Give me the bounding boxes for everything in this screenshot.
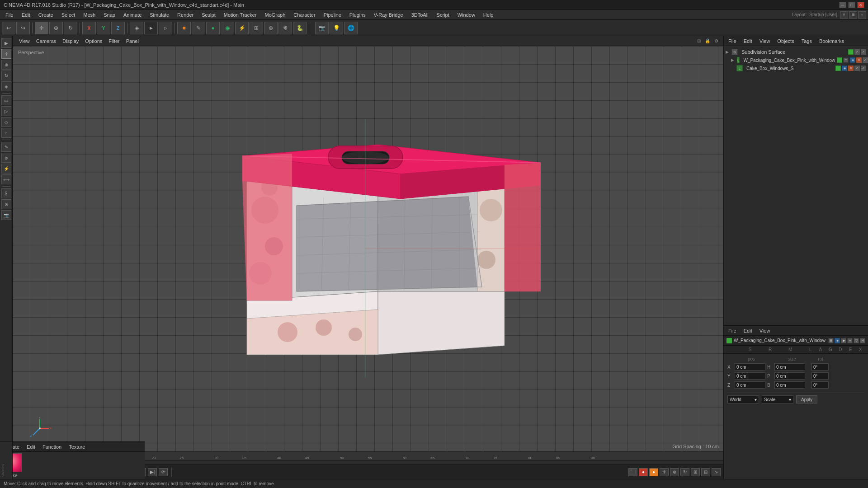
- x-axis-btn[interactable]: X: [82, 22, 96, 34]
- effector-tool[interactable]: ⊗: [1, 199, 11, 209]
- minimize-button[interactable]: ─: [839, 2, 846, 8]
- menu-character[interactable]: Character: [290, 11, 319, 19]
- obj-sub-vis2[interactable]: ✓: [861, 49, 866, 55]
- obj-pack-icon2[interactable]: ✕: [856, 57, 862, 63]
- knife-tool[interactable]: ⚡: [1, 164, 11, 174]
- obj-cake-color[interactable]: [835, 66, 841, 71]
- magnet-btn[interactable]: ⊛: [264, 22, 278, 34]
- scale-tool[interactable]: ⊕: [1, 60, 11, 70]
- keyframe-add-btn[interactable]: ⬛: [628, 468, 637, 476]
- obj-cake-icon2[interactable]: ✕: [848, 66, 854, 71]
- polygon-mode[interactable]: ▭: [1, 95, 11, 105]
- vp-options[interactable]: Options: [82, 38, 105, 45]
- viewport-lock-icon[interactable]: 🔒: [704, 38, 711, 45]
- menu-snap[interactable]: Snap: [100, 11, 119, 19]
- circle-btn[interactable]: ●: [206, 22, 220, 34]
- coord-z-pos[interactable]: [735, 381, 765, 389]
- scale-dropdown[interactable]: Scale ▾: [762, 395, 793, 404]
- deform-tool[interactable]: $: [1, 188, 11, 198]
- menu-mograph[interactable]: MoGraph: [261, 11, 289, 19]
- mat-texture-menu[interactable]: Texture: [67, 444, 87, 450]
- keyframe-plus-btn[interactable]: ✛: [660, 468, 669, 476]
- point-mode[interactable]: ◇: [1, 117, 11, 127]
- obj-pack-vis1[interactable]: ✓: [863, 57, 868, 63]
- vp-display[interactable]: Display: [60, 38, 81, 45]
- coord-vis-icon6[interactable]: H: [860, 338, 865, 343]
- coord-y-size[interactable]: [774, 372, 805, 380]
- menu-help[interactable]: Help: [480, 11, 497, 19]
- obj-cake-vis2[interactable]: ✓: [861, 66, 866, 71]
- obj-file-menu[interactable]: File: [726, 38, 738, 44]
- world-dropdown[interactable]: World ▾: [727, 395, 759, 404]
- menu-edit[interactable]: Edit: [18, 11, 34, 19]
- obj-row-cakebox[interactable]: L Cake_Box_Windows_S ◈ ✕ ✓ ✓: [724, 64, 868, 72]
- coord-edit-menu[interactable]: Edit: [742, 328, 754, 334]
- select-tool[interactable]: ▶: [1, 38, 11, 48]
- keyframe-red-btn[interactable]: ●: [639, 468, 648, 476]
- menu-mesh[interactable]: Mesh: [80, 11, 99, 19]
- layout-btn-3[interactable]: ≈: [858, 11, 866, 19]
- layout-btn-2[interactable]: ⊞: [849, 11, 857, 19]
- coord-vis-icon4[interactable]: ≡: [847, 338, 853, 343]
- coord-y-rot[interactable]: [811, 372, 829, 380]
- menu-render[interactable]: Render: [174, 11, 197, 19]
- coord-vis-icon3[interactable]: ▶: [841, 338, 846, 343]
- brush-btn[interactable]: ❋: [278, 22, 292, 34]
- move-tool[interactable]: ✛: [1, 49, 11, 59]
- object-mode-btn[interactable]: ◈: [130, 22, 143, 34]
- vp-panel[interactable]: Panel: [123, 38, 142, 45]
- obj-tags-menu[interactable]: Tags: [800, 38, 814, 44]
- coord-x-rot[interactable]: [811, 363, 829, 371]
- obj-row-subdivision[interactable]: ▶ S Subdivision Surface ✓ ✓: [724, 48, 868, 56]
- camera-tool[interactable]: 📷: [1, 210, 11, 220]
- coord-view-menu[interactable]: View: [758, 328, 772, 334]
- menu-select[interactable]: Select: [58, 11, 79, 19]
- fcurve-btn[interactable]: ∿: [712, 468, 721, 476]
- undo-button[interactable]: ↩: [2, 22, 15, 34]
- coord-z-rot[interactable]: [811, 381, 829, 389]
- obj-sub-color[interactable]: [848, 49, 854, 55]
- scene-btn[interactable]: 🌐: [344, 22, 358, 34]
- menu-plugins[interactable]: Plugins: [346, 11, 369, 19]
- keyframe-orange-btn[interactable]: ●: [649, 468, 658, 476]
- viewport-settings-icon[interactable]: ⚙: [712, 38, 720, 45]
- obj-mode[interactable]: ○: [1, 128, 11, 138]
- cube-btn[interactable]: ■: [177, 22, 191, 34]
- loop-btn[interactable]: ⟳: [159, 468, 168, 476]
- coord-x-pos[interactable]: [735, 363, 765, 371]
- coord-vis-icon1[interactable]: ⊞: [828, 338, 834, 343]
- keyframe-all-btn[interactable]: ⊟: [701, 468, 710, 476]
- go-end-btn[interactable]: ▶|: [148, 468, 157, 476]
- mat-function-menu[interactable]: Function: [41, 444, 63, 450]
- coord-z-size[interactable]: [774, 381, 805, 389]
- menu-window[interactable]: Window: [454, 11, 479, 19]
- brush-tool[interactable]: ⌀: [1, 153, 11, 163]
- apply-button[interactable]: Apply: [796, 395, 817, 404]
- knife-btn[interactable]: ⚡: [235, 22, 249, 34]
- python-btn[interactable]: 🐍: [293, 22, 307, 34]
- coord-vis-icon5[interactable]: ▽: [854, 338, 859, 343]
- menu-pipeline[interactable]: Pipeline: [320, 11, 345, 19]
- rotate-tool-btn[interactable]: ↻: [64, 22, 77, 34]
- obj-cake-icon1[interactable]: ◈: [842, 66, 847, 71]
- keyframe-scale-btn[interactable]: ⊞: [691, 468, 700, 476]
- camera-btn[interactable]: 📷: [315, 22, 329, 34]
- vp-filter[interactable]: Filter: [106, 38, 122, 45]
- menu-3dtoall[interactable]: 3DToAll: [408, 11, 432, 19]
- move-tool-btn[interactable]: ✛: [35, 22, 48, 34]
- obj-pack-tag1[interactable]: T: [843, 57, 849, 63]
- viewport-canvas[interactable]: Perspective: [13, 46, 723, 451]
- menu-script[interactable]: Script: [433, 11, 453, 19]
- coord-x-size[interactable]: [774, 363, 805, 371]
- obj-pack-icon1[interactable]: ◈: [850, 57, 855, 63]
- z-axis-btn[interactable]: Z: [111, 22, 125, 34]
- redo-button[interactable]: ↪: [16, 22, 30, 34]
- menu-vray-bridge[interactable]: V-Ray Bridge: [370, 11, 407, 19]
- obj-cake-vis1[interactable]: ✓: [854, 66, 860, 71]
- edge-mode[interactable]: ▷: [1, 106, 11, 116]
- field-btn[interactable]: ⊞: [250, 22, 263, 34]
- vp-view[interactable]: View: [16, 38, 33, 45]
- viewport-maximize-icon[interactable]: ⊞: [695, 38, 703, 45]
- obj-edit-menu[interactable]: Edit: [742, 38, 754, 44]
- render2-btn[interactable]: ▷: [159, 22, 172, 34]
